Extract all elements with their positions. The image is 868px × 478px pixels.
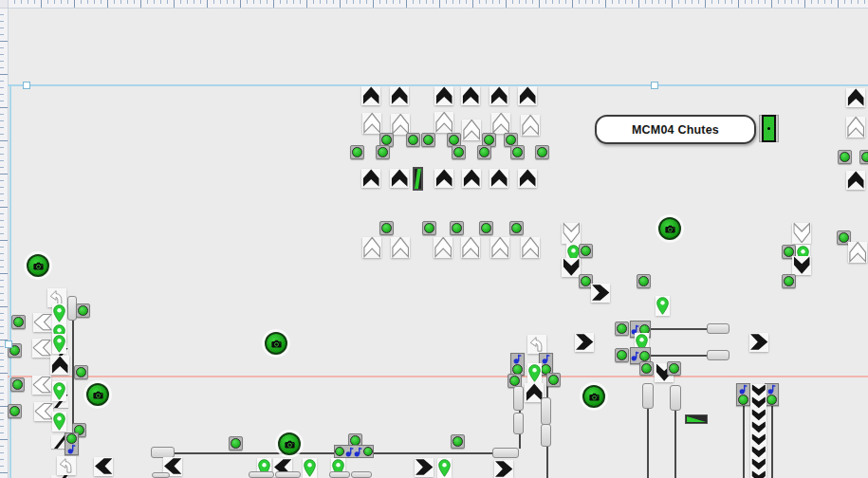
location-pin-icon[interactable] xyxy=(527,363,542,383)
camera-icon[interactable] xyxy=(86,383,109,406)
green-status-light[interactable] xyxy=(639,361,654,376)
green-status-light[interactable] xyxy=(350,145,364,159)
green-status-light[interactable] xyxy=(421,133,435,147)
green-status-light[interactable] xyxy=(546,373,561,387)
turn-arrow-icon[interactable] xyxy=(57,456,76,475)
white-chevron-up-icon[interactable] xyxy=(521,115,540,136)
camera-icon[interactable] xyxy=(278,432,301,455)
black-chevron-up-icon[interactable] xyxy=(518,86,537,105)
white-chevron-left-icon[interactable] xyxy=(32,376,51,395)
black-chevron-up-icon[interactable] xyxy=(434,169,453,188)
black-chevron-down-icon[interactable] xyxy=(750,409,766,421)
conveyor-segment-horizontal[interactable] xyxy=(707,350,729,360)
white-chevron-up-icon[interactable] xyxy=(490,237,509,258)
location-pin-icon[interactable] xyxy=(656,296,670,316)
green-status-light[interactable] xyxy=(615,322,629,336)
location-pin-icon[interactable] xyxy=(52,381,66,401)
conveyor-segment-horizontal[interactable] xyxy=(152,472,170,478)
green-status-light[interactable] xyxy=(535,145,549,159)
green-status-light[interactable] xyxy=(451,434,465,449)
black-chevron-up-icon[interactable] xyxy=(50,356,69,375)
green-status-light[interactable] xyxy=(76,303,90,318)
green-status-light[interactable] xyxy=(838,150,852,164)
black-chevron-down-icon[interactable] xyxy=(750,458,766,470)
black-chevron-down-icon[interactable] xyxy=(750,433,766,446)
black-chevron-down-icon[interactable] xyxy=(750,421,766,433)
camera-icon[interactable] xyxy=(265,332,287,355)
black-chevron-down-icon[interactable] xyxy=(750,384,766,396)
green-status-light[interactable] xyxy=(782,274,796,288)
selection-handle[interactable] xyxy=(651,82,658,89)
green-status-light[interactable] xyxy=(74,365,88,379)
green-status-light[interactable] xyxy=(452,145,466,159)
white-chevron-up-icon[interactable] xyxy=(462,120,481,140)
ramp-gauge-left[interactable] xyxy=(685,414,708,424)
black-chevron-up-icon[interactable] xyxy=(434,86,453,105)
green-status-light[interactable] xyxy=(450,221,464,235)
white-chevron-up-icon[interactable] xyxy=(434,237,452,258)
white-chevron-up-icon[interactable] xyxy=(362,113,381,134)
black-chevron-down-icon[interactable] xyxy=(750,396,766,409)
camera-icon[interactable] xyxy=(27,254,49,277)
green-status-light[interactable] xyxy=(422,221,436,235)
diagonal-level-gauge[interactable] xyxy=(413,167,423,191)
white-chevron-up-icon[interactable] xyxy=(521,237,540,258)
black-chevron-up-icon[interactable] xyxy=(846,171,865,190)
signal-stack-green-blue[interactable] xyxy=(65,432,79,455)
valve-indicator[interactable] xyxy=(759,115,779,142)
green-status-light[interactable] xyxy=(477,145,491,159)
location-pin-icon[interactable] xyxy=(52,412,66,432)
white-chevron-left-icon[interactable] xyxy=(34,402,53,421)
white-chevron-up-icon[interactable] xyxy=(848,242,867,263)
green-status-light[interactable] xyxy=(8,404,22,418)
conveyor-segment-horizontal[interactable] xyxy=(249,471,274,478)
camera-icon[interactable] xyxy=(658,217,681,240)
signal-stack-blue-green[interactable] xyxy=(510,353,525,376)
conveyor-segment-horizontal[interactable] xyxy=(275,471,301,478)
black-chevron-right-icon[interactable] xyxy=(749,333,768,352)
conveyor-segment-vertical[interactable] xyxy=(642,383,654,409)
conveyor-segment-vertical[interactable] xyxy=(541,397,551,425)
conveyor-segment-vertical[interactable] xyxy=(541,424,551,447)
green-status-light[interactable] xyxy=(509,221,524,235)
black-chevron-right-icon[interactable] xyxy=(494,460,513,478)
black-chevron-up-icon[interactable] xyxy=(489,169,508,188)
conveyor-segment-vertical[interactable] xyxy=(513,386,524,411)
conveyor-segment-vertical[interactable] xyxy=(670,385,681,411)
black-chevron-left-icon[interactable] xyxy=(94,457,113,476)
black-chevron-down-icon[interactable] xyxy=(562,258,581,277)
green-status-light[interactable] xyxy=(579,244,593,258)
black-chevron-up-icon[interactable] xyxy=(518,169,537,188)
signal-stack-blue-green[interactable] xyxy=(765,383,779,406)
conveyor-segment-horizontal[interactable] xyxy=(492,448,519,458)
green-status-light[interactable] xyxy=(859,150,868,164)
green-status-light[interactable] xyxy=(229,436,243,450)
green-status-light[interactable] xyxy=(667,361,681,376)
turn-arrow-icon[interactable] xyxy=(527,335,546,354)
green-status-light[interactable] xyxy=(376,145,390,159)
white-chevron-left-icon[interactable] xyxy=(32,339,51,358)
black-chevron-right-icon[interactable] xyxy=(575,333,594,352)
black-chevron-right-icon[interactable] xyxy=(591,284,610,303)
black-chevron-up-icon[interactable] xyxy=(361,86,380,105)
white-chevron-up-icon[interactable] xyxy=(362,237,381,258)
black-chevron-up-icon[interactable] xyxy=(361,169,380,188)
selection-handle[interactable] xyxy=(5,340,12,348)
black-chevron-down-icon[interactable] xyxy=(750,446,766,458)
location-pin-icon[interactable] xyxy=(52,334,66,354)
selection-handle[interactable] xyxy=(23,82,30,89)
white-chevron-left-icon[interactable] xyxy=(33,313,52,332)
black-chevron-up-icon[interactable] xyxy=(390,86,409,105)
green-status-light[interactable] xyxy=(510,145,525,159)
green-status-light[interactable] xyxy=(637,274,651,288)
white-chevron-up-icon[interactable] xyxy=(391,114,410,135)
white-chevron-up-icon[interactable] xyxy=(434,112,453,133)
black-chevron-up-icon[interactable] xyxy=(846,88,865,107)
black-chevron-down-icon[interactable] xyxy=(792,256,811,275)
green-status-light[interactable] xyxy=(10,377,25,392)
white-chevron-down-icon[interactable] xyxy=(562,223,581,244)
conveyor-segment-horizontal[interactable] xyxy=(707,323,729,334)
signal-cluster[interactable] xyxy=(334,445,374,458)
black-chevron-up-icon[interactable] xyxy=(461,86,480,105)
white-chevron-up-icon[interactable] xyxy=(846,117,865,138)
